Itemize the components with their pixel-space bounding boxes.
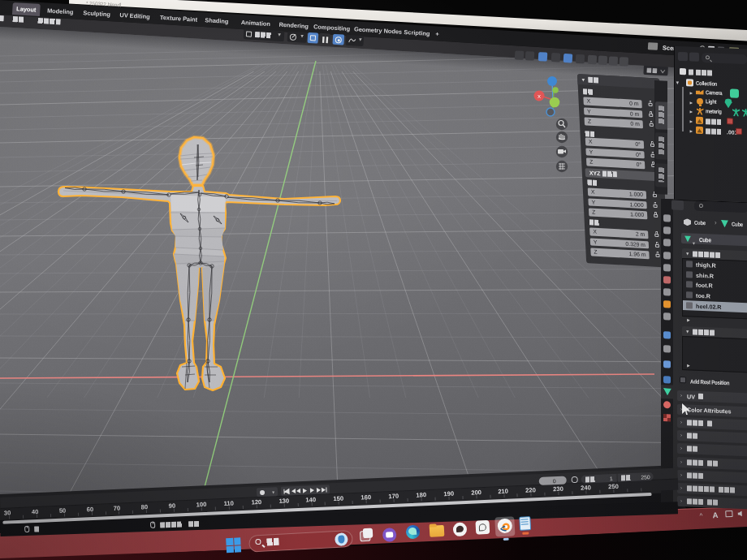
svg-text:X: X (538, 94, 541, 99)
